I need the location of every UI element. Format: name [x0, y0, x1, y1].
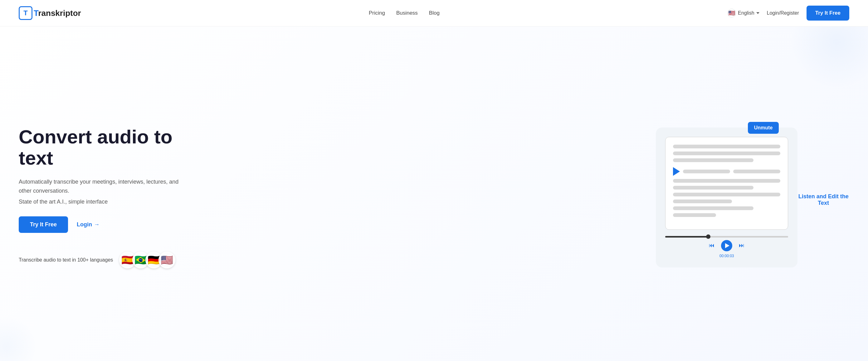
rewind-button[interactable]: ⏮: [707, 241, 717, 251]
hero-subtitle2: State of the art A.I., simple interface: [19, 199, 187, 205]
illustration-container: Unmute: [656, 128, 798, 267]
unmute-badge[interactable]: Unmute: [748, 122, 779, 134]
hero-left: Convert audio to text Automatically tran…: [19, 126, 200, 268]
language-selector[interactable]: 🇺🇸 English: [727, 9, 759, 18]
logo-text: Transkriptor: [34, 8, 81, 18]
nav-blog[interactable]: Blog: [429, 10, 440, 16]
languages-text: Transcribe audio to text in 100+ languag…: [19, 257, 113, 263]
nav-pricing[interactable]: Pricing: [369, 10, 385, 16]
nav-links: Pricing Business Blog: [369, 10, 440, 16]
player-controls: ⏮ ⏭: [707, 240, 747, 251]
text-line: [673, 186, 753, 190]
hero-actions: Try It Free Login →: [19, 216, 187, 233]
text-line: [673, 152, 780, 155]
play-icon: [725, 243, 730, 248]
hero-subtitle: Automatically transcribe your meetings, …: [19, 177, 187, 195]
hero-try-free-button[interactable]: Try It Free: [19, 216, 68, 233]
play-triangle-icon: [673, 167, 680, 176]
progress-track: [665, 236, 788, 237]
navbar: T Transkriptor Pricing Business Blog 🇺🇸 …: [0, 0, 868, 27]
progress-handle[interactable]: [706, 234, 710, 239]
hero-title: Convert audio to text: [19, 126, 187, 169]
hero-login-link[interactable]: Login →: [77, 221, 99, 228]
audio-player: ⏮ ⏭ 00:00:03: [665, 236, 788, 258]
logo-icon: T: [19, 6, 32, 20]
arrow-right-icon: →: [94, 221, 99, 228]
progress-fill: [665, 236, 708, 237]
hero-section: Convert audio to text Automatically tran…: [0, 27, 868, 361]
text-line: [673, 213, 716, 217]
logo[interactable]: T Transkriptor: [19, 6, 81, 20]
us-flag-icon: 🇺🇸: [727, 9, 736, 18]
text-line: [673, 145, 780, 149]
text-line: [673, 193, 780, 196]
text-line: [673, 206, 753, 210]
nav-right: 🇺🇸 English Login/Register Try It Free: [727, 6, 849, 21]
fast-forward-button[interactable]: ⏭: [737, 241, 747, 251]
hero-right: Unmute: [656, 128, 849, 267]
play-button[interactable]: [721, 240, 732, 251]
languages-section: Transcribe audio to text in 100+ languag…: [19, 252, 187, 268]
text-line: [683, 170, 730, 173]
flag-circles: 🇪🇸 🇧🇷 🇩🇪 🇺🇸: [119, 252, 175, 268]
progress-bar-container[interactable]: [665, 236, 788, 237]
timestamp: 00:00:03: [719, 254, 734, 258]
text-lines-top: [673, 145, 780, 162]
transcript-card: [665, 137, 788, 230]
text-lines-bottom: [673, 179, 780, 217]
flag-usa: 🇺🇸: [158, 252, 175, 268]
text-line: [673, 179, 780, 183]
text-line: [673, 158, 753, 162]
text-line: [673, 199, 732, 203]
login-register-link[interactable]: Login/Register: [767, 10, 799, 16]
chevron-down-icon: [756, 12, 760, 14]
login-label: Login: [77, 221, 92, 228]
nav-business[interactable]: Business: [396, 10, 418, 16]
language-label: English: [738, 10, 754, 16]
text-line: [733, 170, 780, 173]
bg-decoration-2: [0, 315, 37, 361]
edit-caption: Listen and Edit the Text: [798, 193, 849, 206]
play-indicator: [673, 167, 780, 176]
nav-try-free-button[interactable]: Try It Free: [807, 6, 849, 21]
